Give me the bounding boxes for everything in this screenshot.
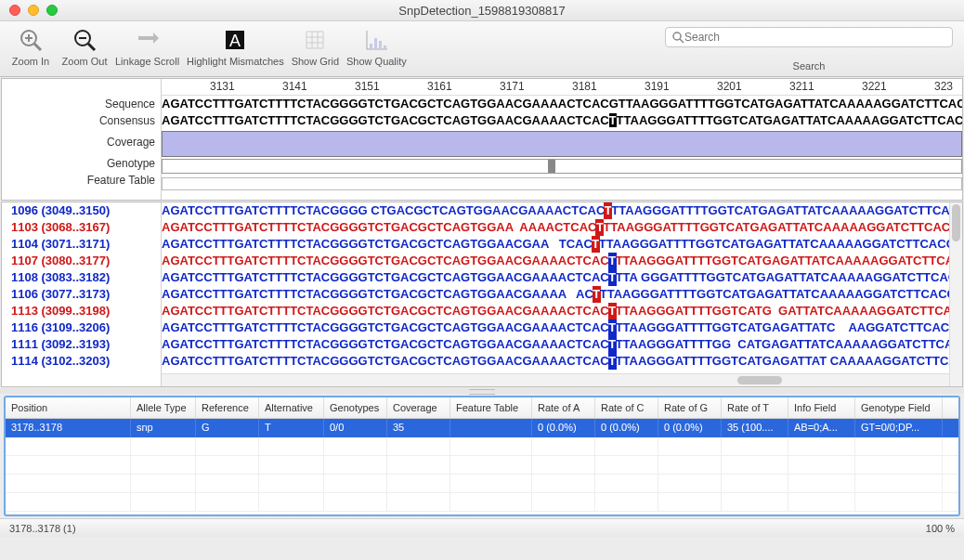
coverage-track-label: Coverage [2, 129, 155, 155]
panel-splitter[interactable] [0, 388, 964, 394]
linkage-scroll-button[interactable]: Linkage Scroll [115, 25, 179, 67]
ruler-tick: 3161 [427, 80, 452, 93]
read-line[interactable]: AGATCCTTTGATCTTTTCTACGGGGTCTGACGCTCAGTGG… [162, 336, 962, 353]
col-coverage[interactable]: Coverage [387, 397, 450, 418]
read-label[interactable]: 1113 (3099..3198) [11, 303, 161, 319]
search-input[interactable] [684, 31, 946, 44]
read-label[interactable]: 1108 (3083..3182) [11, 269, 161, 286]
ruler-tick: 3131 [210, 80, 235, 93]
snp-table-body[interactable]: 3178..3178snpGT0/0350 (0.0%)0 (0.0%)0 (0… [6, 419, 958, 514]
svg-rect-20 [374, 38, 377, 49]
table-cell: 0/0 [324, 419, 387, 437]
table-row[interactable] [6, 437, 958, 456]
col-feature-table[interactable]: Feature Table [450, 397, 532, 418]
col-allele-type[interactable]: Allele Type [131, 397, 196, 418]
read-line[interactable]: AGATCCTTTGATCTTTTCTACGGGGTCTGACGCTCAGTGG… [162, 286, 962, 303]
scrollbar-thumb[interactable] [952, 204, 960, 241]
read-line[interactable]: AGATCCTTTGATCTTTTCTACGGGGTCTGACGCTCAGTGG… [162, 236, 962, 253]
ruler-tick: 3181 [572, 80, 597, 93]
ruler-tick: 3171 [500, 80, 525, 93]
feature-table-track [162, 177, 962, 190]
read-label[interactable]: 1107 (3080..3177) [11, 253, 161, 269]
sequence-track-label: Sequence [2, 96, 155, 112]
track-labels: Sequence Consensus Coverage Genotype Fea… [2, 79, 162, 200]
status-right: 100 % [926, 523, 955, 534]
toolbar: Zoom In Zoom Out Linkage Scroll A Highli… [0, 21, 964, 77]
read-line[interactable]: AGATCCTTTGATCTTTTCTACGGGGTCTGACGCTCAGTGG… [162, 319, 962, 336]
col-reference[interactable]: Reference [196, 397, 259, 418]
horizontal-scrollbar[interactable] [162, 373, 949, 386]
read-line[interactable]: AGATCCTTTGATCTTTTCTACGGGG CTGACGCTCAGTGG… [162, 202, 962, 219]
read-line[interactable]: AGATCCTTTGATCTTTTCTACGGGGTCTGACGCTCAGTGG… [162, 269, 962, 286]
sequence-panel: Sequence Consensus Coverage Genotype Fea… [1, 78, 963, 201]
svg-point-23 [673, 33, 681, 40]
col-rate-t[interactable]: Rate of T [722, 397, 788, 418]
table-row[interactable] [6, 456, 958, 475]
ruler-tick: 3221 [862, 80, 887, 93]
read-label[interactable]: 1116 (3109..3206) [11, 319, 161, 336]
read-label[interactable]: 1104 (3071..3171) [11, 236, 161, 253]
show-quality-button[interactable]: Show Quality [346, 25, 407, 67]
ruler-tick: 3201 [717, 80, 742, 93]
coverage-track [162, 131, 962, 157]
read-line[interactable]: AGATCCTTTGATCTTTTCTACGGGGTCTGACGCTCAGTGG… [162, 353, 962, 370]
col-rate-c[interactable]: Rate of C [595, 397, 658, 418]
read-label[interactable]: 1106 (3077..3173) [11, 286, 161, 303]
position-ruler: 3131314131513161317131813191320132113221… [162, 79, 962, 96]
ruler-tick: 3191 [645, 80, 670, 93]
search-wrap: Search [665, 27, 953, 72]
vertical-scrollbar[interactable] [949, 202, 962, 386]
show-quality-label: Show Quality [346, 56, 407, 67]
table-cell: 35 (100.... [722, 419, 788, 437]
col-rate-g[interactable]: Rate of G [658, 397, 722, 418]
table-row[interactable] [6, 475, 958, 493]
read-line[interactable]: AGATCCTTTGATCTTTTCTACGGGGTCTGACGCTCAGTGG… [162, 219, 962, 236]
table-row[interactable] [6, 493, 958, 512]
svg-rect-22 [384, 46, 386, 49]
zoom-out-icon [70, 25, 99, 55]
status-bar: 3178..3178 (1) 100 % [0, 518, 964, 537]
read-label[interactable]: 1103 (3068..3167) [11, 219, 161, 236]
zoom-in-button[interactable]: Zoom In [7, 25, 54, 67]
svg-line-1 [34, 44, 41, 50]
svg-line-5 [88, 44, 95, 50]
read-line[interactable]: AGATCCTTTGATCTTTTCTACGGGGTCTGACGCTCAGTGG… [162, 303, 962, 319]
reads-alignment-view[interactable]: AGATCCTTTGATCTTTTCTACGGGG CTGACGCTCAGTGG… [162, 202, 962, 386]
read-label[interactable]: 1111 (3092..3193) [11, 336, 161, 353]
reference-sequence: AGATCCTTTGATCTTTTCTACGGGGTCTGACGCTCAGTGG… [162, 96, 962, 112]
col-alternative[interactable]: Alternative [259, 397, 324, 418]
col-genotypes[interactable]: Genotypes [324, 397, 387, 418]
table-cell: AB=0;A... [788, 419, 855, 437]
svg-rect-21 [379, 41, 382, 49]
genotype-snp-marker [548, 160, 555, 173]
search-icon [671, 31, 684, 44]
genotype-track-label: Genotype [2, 155, 155, 172]
show-grid-button[interactable]: Show Grid [292, 25, 339, 67]
read-label[interactable]: 1114 (3102..3203) [11, 353, 161, 370]
table-cell: 3178..3178 [6, 419, 131, 437]
table-cell: 35 [387, 419, 450, 437]
scrollbar-thumb[interactable] [737, 376, 782, 384]
genotype-track [162, 159, 962, 174]
zoom-in-icon [16, 25, 46, 55]
highlight-mismatches-button[interactable]: A Highlight Mismatches [187, 25, 284, 67]
col-info-field[interactable]: Info Field [788, 397, 855, 418]
reads-panel: 1096 (3049..3150)1103 (3068..3167)1104 (… [1, 202, 963, 387]
read-line[interactable]: AGATCCTTTGATCTTTTCTACGGGGTCTGACGCTCAGTGG… [162, 253, 962, 269]
search-box[interactable] [665, 27, 953, 47]
svg-rect-19 [370, 44, 372, 49]
table-cell: 0 (0.0%) [532, 419, 595, 437]
search-label: Search [793, 60, 826, 72]
grid-icon [300, 25, 330, 55]
highlight-mismatches-icon: A [220, 25, 250, 55]
svg-text:A: A [229, 32, 241, 50]
col-genotype-field[interactable]: Genotype Field [855, 397, 943, 418]
linkage-scroll-icon [133, 25, 163, 55]
zoom-out-button[interactable]: Zoom Out [61, 25, 108, 67]
sequence-view[interactable]: 3131314131513161317131813191320132113221… [162, 79, 962, 200]
table-cell: GT=0/0;DP... [855, 419, 943, 437]
table-row[interactable]: 3178..3178snpGT0/0350 (0.0%)0 (0.0%)0 (0… [6, 419, 958, 437]
col-position[interactable]: Position [6, 397, 131, 418]
col-rate-a[interactable]: Rate of A [532, 397, 595, 418]
read-label[interactable]: 1096 (3049..3150) [11, 202, 161, 219]
